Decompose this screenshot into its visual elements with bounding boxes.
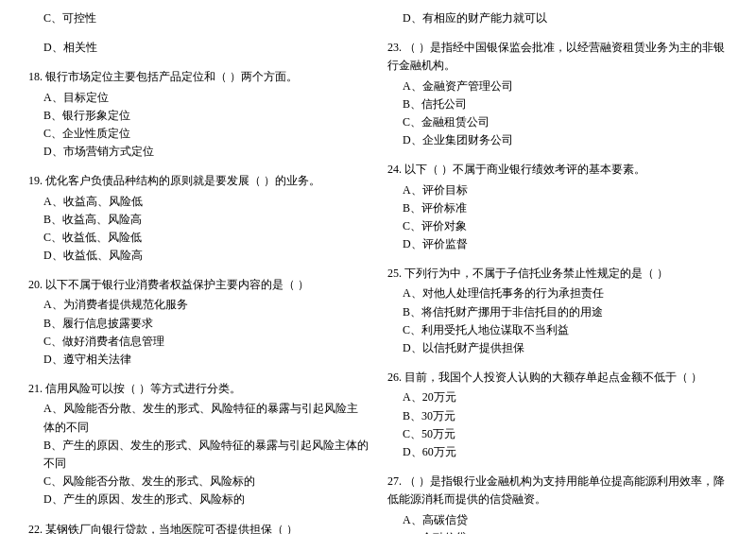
question-title: 19. 优化客户负债品种结构的原则就是要发展（ ）的业务。 [28, 172, 369, 190]
option-text: C、可控性 [28, 9, 369, 27]
option-b: B、将信托财产挪用于非信托目的的用途 [387, 303, 728, 321]
option-a: A、为消费者提供规范化服务 [28, 296, 369, 314]
left-column: C、可控性 D、相关性 18. 银行市场定位主要包括产品定位和（ ）两个方面。 … [28, 9, 369, 534]
option-c: C、利用受托人地位谋取不当利益 [387, 321, 728, 339]
question-text: 目前，我国个人投资人认购的大额存单起点金额不低于（ ） [404, 370, 702, 384]
question-text: （ ）是指经中国银保监会批准，以经营融资租赁业务为主的非银行金融机构。 [387, 41, 725, 72]
option-c: C、收益低、风险低 [28, 229, 369, 247]
question-number: 24. [387, 163, 402, 176]
question-25: 25. 下列行为中，不属于子信托业务禁止性规定的是（ ） A、对他人处理信托事务… [387, 265, 728, 357]
question-21: 21. 信用风险可以按（ ）等方式进行分类。 A、风险能否分散、发生的形式、风险… [28, 380, 369, 508]
question-number: 26. [387, 370, 402, 384]
question-27: 27. （ ）是指银行业金融机构为支持用能单位提高能源利用效率，降低能源消耗而提… [387, 473, 728, 534]
option-a: A、目标定位 [28, 89, 369, 107]
option-c-controllable: C、可控性 [28, 9, 369, 27]
question-number: 19. [28, 174, 43, 187]
question-title: 18. 银行市场定位主要包括产品定位和（ ）两个方面。 [28, 68, 369, 86]
option-b: B、信托公司 [387, 95, 728, 113]
option-c: C、50万元 [387, 425, 728, 443]
question-18: 18. 银行市场定位主要包括产品定位和（ ）两个方面。 A、目标定位 B、银行形… [28, 68, 369, 161]
option-a: A、评价目标 [387, 181, 728, 199]
option-c: C、做好消费者信息管理 [28, 333, 369, 351]
option-c: C、企业性质定位 [28, 125, 369, 143]
question-title: 25. 下列行为中，不属于子信托业务禁止性规定的是（ ） [387, 265, 728, 283]
option-a: A、收益高、风险低 [28, 193, 369, 211]
option-d: D、60万元 [387, 443, 728, 461]
question-19: 19. 优化客户负债品种结构的原则就是要发展（ ）的业务。 A、收益高、风险低 … [28, 172, 369, 265]
question-23: 23. （ ）是指经中国银保监会批准，以经营融资租赁业务为主的非银行金融机构。 … [387, 39, 728, 149]
question-number: 22. [28, 523, 43, 535]
option-d: D、产生的原因、发生的形式、风险标的 [28, 491, 369, 508]
page-content: C、可控性 D、相关性 18. 银行市场定位主要包括产品定位和（ ）两个方面。 … [28, 9, 728, 534]
question-22: 22. 某钢铁厂向银行贷款，当地医院可否提供担保（ ） A、可以 B、不可以 C… [28, 521, 369, 535]
option-d-ability: D、有相应的财产能力就可以 [387, 9, 728, 27]
option-d: D、企业集团财务公司 [387, 131, 728, 149]
option-d: D、评价监督 [387, 235, 728, 253]
option-b: B、评价标准 [387, 199, 728, 217]
option-text: D、相关性 [28, 39, 369, 57]
question-title: 21. 信用风险可以按（ ）等方式进行分类。 [28, 380, 369, 398]
option-b: B、金融信贷 [387, 529, 728, 534]
question-number: 18. [28, 70, 43, 83]
question-title: 24. 以下（ ）不属于商业银行绩效考评的基本要素。 [387, 161, 728, 179]
option-b: B、收益高、风险高 [28, 211, 369, 229]
question-number: 25. [387, 267, 402, 280]
question-text: 优化客户负债品种结构的原则就是要发展（ ）的业务。 [45, 174, 320, 187]
option-c: C、评价对象 [387, 217, 728, 235]
option-a: A、金融资产管理公司 [387, 78, 728, 95]
question-text: 以下（ ）不属于商业银行绩效考评的基本要素。 [404, 163, 645, 176]
question-number: 20. [28, 278, 43, 291]
option-d: D、市场营销方式定位 [28, 143, 369, 161]
option-c: C、金融租赁公司 [387, 113, 728, 131]
question-24: 24. 以下（ ）不属于商业银行绩效考评的基本要素。 A、评价目标 B、评价标准… [387, 161, 728, 253]
option-b: B、30万元 [387, 407, 728, 425]
question-number: 21. [28, 382, 43, 395]
question-title: 27. （ ）是指银行业金融机构为支持用能单位提高能源利用效率，降低能源消耗而提… [387, 473, 728, 508]
option-text: D、有相应的财产能力就可以 [387, 9, 728, 27]
option-d: D、以信托财产提供担保 [387, 339, 728, 357]
option-a: A、风险能否分散、发生的形式、风险特征的暴露与引起风险主体的不同 [28, 400, 369, 436]
option-b: B、产生的原因、发生的形式、风险特征的暴露与引起风险主体的不同 [28, 437, 369, 473]
option-c: C、风险能否分散、发生的形式、风险标的 [28, 473, 369, 491]
option-a: A、高碳信贷 [387, 511, 728, 529]
option-d: D、遵守相关法律 [28, 351, 369, 369]
question-title: 23. （ ）是指经中国银保监会批准，以经营融资租赁业务为主的非银行金融机构。 [387, 39, 728, 75]
question-title: 20. 以下不属于银行业消费者权益保护主要内容的是（ ） [28, 276, 369, 294]
question-title: 22. 某钢铁厂向银行贷款，当地医院可否提供担保（ ） [28, 521, 369, 535]
question-text: 以下不属于银行业消费者权益保护主要内容的是（ ） [45, 278, 309, 291]
option-a: A、对他人处理信托事务的行为承担责任 [387, 284, 728, 302]
option-a: A、20万元 [387, 388, 728, 406]
option-d: D、收益低、风险高 [28, 247, 369, 265]
question-number: 23. [387, 41, 402, 54]
right-column: D、有相应的财产能力就可以 23. （ ）是指经中国银保监会批准，以经营融资租赁… [387, 9, 728, 534]
question-text: 信用风险可以按（ ）等方式进行分类。 [45, 382, 241, 395]
question-number: 27. [387, 474, 402, 488]
question-20: 20. 以下不属于银行业消费者权益保护主要内容的是（ ） A、为消费者提供规范化… [28, 276, 369, 369]
question-text: 下列行为中，不属于子信托业务禁止性规定的是（ ） [404, 267, 668, 280]
question-26: 26. 目前，我国个人投资人认购的大额存单起点金额不低于（ ） A、20万元 B… [387, 369, 728, 461]
question-text: 某钢铁厂向银行贷款，当地医院可否提供担保（ ） [45, 523, 298, 535]
option-b: B、履行信息披露要求 [28, 315, 369, 333]
option-d-relevance: D、相关性 [28, 39, 369, 57]
question-title: 26. 目前，我国个人投资人认购的大额存单起点金额不低于（ ） [387, 369, 728, 387]
question-text: 银行市场定位主要包括产品定位和（ ）两个方面。 [45, 70, 298, 83]
option-b: B、银行形象定位 [28, 107, 369, 125]
question-text: （ ）是指银行业金融机构为支持用能单位提高能源利用效率，降低能源消耗而提供的信贷… [387, 474, 725, 506]
